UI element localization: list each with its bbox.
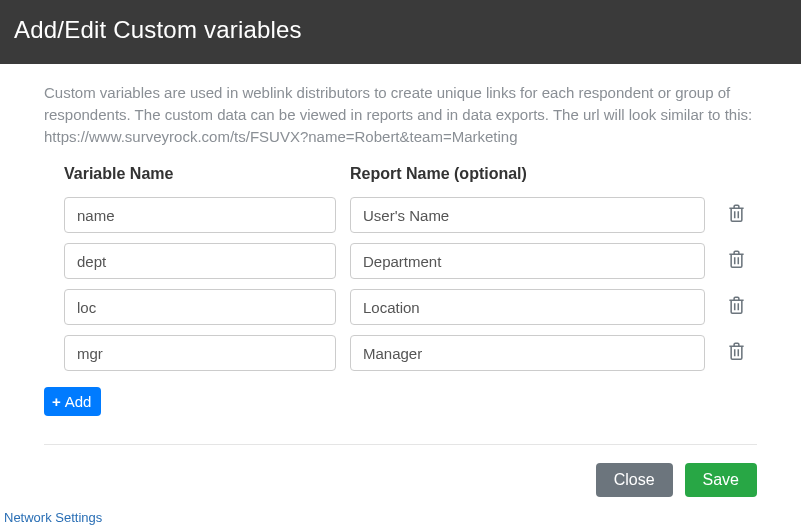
save-button[interactable]: Save <box>685 463 757 497</box>
trash-icon <box>728 296 745 319</box>
variable-name-input[interactable] <box>64 197 336 233</box>
report-name-input[interactable] <box>350 289 705 325</box>
modal-header: Add/Edit Custom variables <box>0 0 801 64</box>
trash-icon <box>728 204 745 227</box>
report-name-input[interactable] <box>350 335 705 371</box>
variables-grid: Variable Name Report Name (optional) <box>44 165 757 371</box>
add-button-label: Add <box>65 393 92 410</box>
description-text: Custom variables are used in weblink dis… <box>44 82 757 147</box>
column-header-variable-name: Variable Name <box>64 165 336 187</box>
modal-title: Add/Edit Custom variables <box>14 16 787 44</box>
add-button[interactable]: + Add <box>44 387 101 416</box>
divider <box>44 444 757 445</box>
variable-name-input[interactable] <box>64 335 336 371</box>
add-row-container: + Add <box>44 371 757 416</box>
delete-row-button[interactable] <box>719 336 753 370</box>
column-header-report-name: Report Name (optional) <box>350 165 705 187</box>
plus-icon: + <box>52 394 61 409</box>
delete-row-button[interactable] <box>719 290 753 324</box>
variable-name-input[interactable] <box>64 289 336 325</box>
delete-row-button[interactable] <box>719 198 753 232</box>
modal-footer: Close Save <box>0 463 801 517</box>
trash-icon <box>728 342 745 365</box>
close-button[interactable]: Close <box>596 463 673 497</box>
report-name-input[interactable] <box>350 197 705 233</box>
variable-name-input[interactable] <box>64 243 336 279</box>
delete-row-button[interactable] <box>719 244 753 278</box>
modal-body: Custom variables are used in weblink dis… <box>0 64 801 445</box>
report-name-input[interactable] <box>350 243 705 279</box>
trash-icon <box>728 250 745 273</box>
